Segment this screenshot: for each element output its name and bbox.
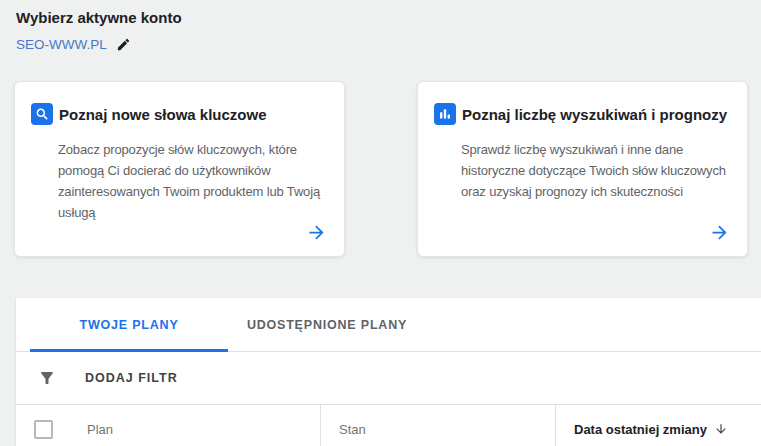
plans-table-header: Plan Stan Data ostatniej zmiany xyxy=(16,405,761,446)
page-header: Wybierz aktywne konto SEO-WWW.PL xyxy=(16,9,182,52)
active-account-link[interactable]: SEO-WWW.PL xyxy=(16,37,107,52)
arrow-right-icon[interactable] xyxy=(709,222,730,243)
discover-keywords-card[interactable]: Poznaj nowe słowa kluczowe Zobacz propoz… xyxy=(14,81,345,257)
filter-funnel-icon xyxy=(38,369,56,387)
edit-account-button[interactable] xyxy=(116,37,131,52)
arrow-right-icon[interactable] xyxy=(306,222,327,243)
column-header-stan: Stan xyxy=(320,405,555,446)
card-description: Sprawdź liczbę wyszukiwań i inne dane hi… xyxy=(461,139,743,202)
search-icon xyxy=(31,103,53,125)
bar-chart-icon xyxy=(434,103,456,125)
account-row: SEO-WWW.PL xyxy=(16,37,182,52)
card-title: Poznaj nowe słowa kluczowe xyxy=(59,106,267,123)
card-head: Poznaj nowe słowa kluczowe xyxy=(31,103,334,125)
action-cards: Poznaj nowe słowa kluczowe Zobacz propoz… xyxy=(14,81,748,257)
card-description: Zobacz propozycje słów kluczowych, które… xyxy=(58,139,340,223)
search-volume-forecasts-card[interactable]: Poznaj liczbę wyszukiwań i prognozy Spra… xyxy=(417,81,748,257)
add-filter-button[interactable]: DODAJ FILTR xyxy=(16,352,761,405)
tab-shared-plans[interactable]: UDOSTĘPNIONE PLANY xyxy=(228,298,426,351)
card-head: Poznaj liczbę wyszukiwań i prognozy xyxy=(434,103,737,125)
arrow-down-icon xyxy=(714,422,728,436)
column-header-last-modified[interactable]: Data ostatniej zmiany xyxy=(555,405,761,446)
plans-panel: TWOJE PLANY UDOSTĘPNIONE PLANY DODAJ FIL… xyxy=(16,298,761,446)
column-label-plan: Plan xyxy=(87,422,113,437)
card-title: Poznaj liczbę wyszukiwań i prognozy xyxy=(462,106,727,123)
column-header-plan: Plan xyxy=(16,405,320,446)
edit-pencil-icon xyxy=(116,37,131,52)
select-all-checkbox[interactable] xyxy=(34,420,53,439)
plans-tabs: TWOJE PLANY UDOSTĘPNIONE PLANY xyxy=(16,298,761,352)
column-label-stan: Stan xyxy=(339,422,366,437)
page-title: Wybierz aktywne konto xyxy=(16,9,182,26)
add-filter-label: DODAJ FILTR xyxy=(85,371,178,385)
tab-your-plans[interactable]: TWOJE PLANY xyxy=(30,298,228,351)
column-label-last-modified: Data ostatniej zmiany xyxy=(574,422,707,437)
